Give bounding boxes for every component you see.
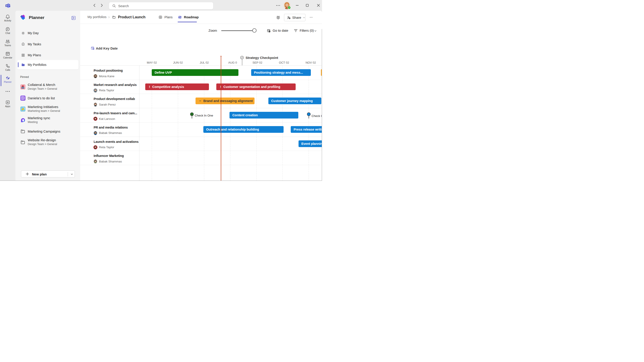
row-title[interactable]: Market research and analysis	[94, 83, 137, 87]
rail-item-calls[interactable]: Calls	[0, 62, 16, 73]
rail-item-chat[interactable]: Chat	[0, 25, 16, 36]
pinned-item-marketing-intitiatives[interactable]: Marketing IntitiativesMarketing team > G…	[16, 104, 80, 115]
app-rail: ActivityChatTeamsCalendarCallsPlannerApp…	[0, 11, 16, 181]
row-divider	[80, 80, 322, 80]
pinned-item-title: Collateral & Merch	[28, 83, 55, 87]
megaphone-icon	[20, 106, 26, 112]
calendar-icon	[5, 51, 10, 56]
month-label: MAY 02	[147, 61, 157, 64]
folderfill-icon	[21, 63, 25, 67]
rail-item-label: Calls	[5, 69, 10, 71]
rail-item-teams[interactable]: Teams	[0, 37, 16, 49]
loop-icon	[20, 118, 26, 123]
close-button[interactable]	[317, 4, 320, 7]
teams-icon	[5, 39, 10, 44]
sidebar-item-my-day[interactable]: My Day	[17, 28, 78, 37]
row-title[interactable]: Product positioning	[94, 69, 123, 72]
pinned-item-subtitle: Marketing team > General	[28, 109, 60, 113]
task-bar[interactable]: !Competitive analysis	[145, 83, 209, 90]
titlebar-more-icon[interactable]	[276, 5, 280, 6]
owner-avatar	[94, 74, 98, 78]
month-gridline	[178, 66, 178, 181]
checkpoint-icon[interactable]	[240, 56, 244, 59]
forward-button[interactable]	[100, 3, 104, 7]
pin-label: Check In	[312, 114, 322, 118]
rail-item-planner[interactable]: Planner	[0, 74, 16, 85]
month-label: OCT 02	[279, 61, 289, 64]
rail-item-label: Apps	[5, 105, 10, 108]
pinned-item-collateral-merch[interactable]: Collateral & MerchDesign Team > General	[16, 81, 80, 93]
owner-name: Reta Taylor	[99, 146, 114, 149]
search-input[interactable]: Search	[109, 2, 214, 9]
task-bar[interactable]: Outreach and relationship building	[203, 126, 284, 133]
new-plan-button[interactable]: New plan	[21, 171, 75, 178]
milestone-pin[interactable]: Check In One	[190, 112, 194, 116]
owner-name: Sarah Perez	[99, 103, 116, 106]
pinned-item-marketing-sync[interactable]: Marketing syncMeeting	[16, 115, 80, 126]
checkpoint-label: Strategy Checkpoint	[246, 56, 278, 60]
rail-item-apps[interactable]: Apps	[0, 98, 16, 110]
urgent-icon: !	[149, 85, 150, 89]
pinned-item-daniela-s-to-do-list[interactable]: Daniela’s to do list	[16, 93, 80, 104]
row-title[interactable]: Pre-launch teasers and cam...	[94, 111, 137, 115]
pinned-item-title: Marketing Intitiatives	[28, 105, 58, 109]
owner-avatar	[94, 88, 98, 92]
pinned-item-title: Website Re-design	[28, 138, 56, 142]
chat-icon	[5, 27, 10, 31]
folder-icon	[20, 140, 26, 145]
planner-icon	[5, 76, 10, 80]
task-bar[interactable]: !Customer segmentation and profiling	[216, 83, 296, 90]
rail-item-label: Calendar	[3, 56, 12, 59]
rail-item-activity[interactable]: Activity	[0, 12, 16, 24]
task-bar[interactable]: Event planning	[298, 140, 322, 147]
search-icon	[112, 4, 116, 8]
owner-name: Mona Kane	[99, 75, 114, 78]
avatar[interactable]	[283, 1, 291, 9]
maximize-button[interactable]	[306, 4, 309, 7]
sidebar-item-my-portfolios[interactable]: My Portfolios	[17, 60, 78, 69]
rail-item-more[interactable]	[0, 85, 16, 97]
pinned-section-label: Pinned	[20, 75, 29, 79]
task-bar[interactable]: Press release writing	[291, 126, 322, 133]
task-bar[interactable]: Positioning strategy and mess...	[251, 69, 311, 76]
new-plan-dropdown[interactable]	[70, 173, 73, 176]
rail-item-label: Teams	[4, 44, 11, 47]
task-bar-label: Positioning strategy and mess...	[254, 71, 303, 74]
month-label: NOV 02	[306, 61, 316, 64]
task-bar[interactable]: Customer journey mapping	[268, 98, 322, 104]
timeline-header-divider	[80, 65, 322, 66]
rail-item-calendar[interactable]: Calendar	[0, 49, 16, 61]
pinned-item-marketing-campaigns[interactable]: Marketing Campaigns	[16, 126, 80, 137]
workspace: Planner My DayMy TasksMy PlansMy Portfol…	[16, 11, 322, 181]
task-bar-label: Content creation	[232, 113, 258, 117]
todolist-icon	[20, 96, 26, 101]
row-title[interactable]: Influencer Marketing	[94, 154, 124, 158]
month-label: JUN 02	[173, 61, 183, 64]
task-bar[interactable]: −Brand and messaging alignment	[196, 98, 254, 104]
rail-item-label: Activity	[4, 19, 12, 22]
row-title[interactable]: Launch events and activations	[94, 140, 138, 144]
month-gridline	[282, 66, 283, 181]
minus-icon: −	[199, 99, 201, 103]
more-icon	[5, 89, 10, 94]
grid4-icon	[21, 53, 25, 57]
task-bar[interactable]: Define UVP	[152, 69, 238, 76]
task-bar-label: Customer journey mapping	[271, 99, 313, 103]
month-label: AUG 0	[228, 61, 237, 64]
window-bottom-gap	[0, 181, 322, 181]
month-gridline	[204, 66, 204, 181]
pinned-item-subtitle: Design Team > General	[28, 87, 57, 90]
plus-icon	[26, 172, 29, 176]
back-button[interactable]	[92, 3, 96, 7]
milestone-pin[interactable]: Check In	[307, 112, 311, 116]
sidebar-item-my-plans[interactable]: My Plans	[17, 51, 78, 60]
collapse-sidebar-button[interactable]	[72, 16, 76, 20]
row-title[interactable]: Product development collab	[94, 97, 135, 101]
row-title[interactable]: PR and media relations	[94, 126, 128, 129]
task-bar[interactable]: Content creation	[230, 112, 298, 119]
pinned-item-website-re-design[interactable]: Website Re-designDesign Team > General	[16, 137, 80, 148]
sidebar-item-my-tasks[interactable]: My Tasks	[17, 40, 78, 49]
rail-item-label: Chat	[5, 32, 10, 34]
pinned-item-title: Marketing Campaigns	[28, 129, 60, 133]
minimize-button[interactable]	[296, 4, 299, 7]
